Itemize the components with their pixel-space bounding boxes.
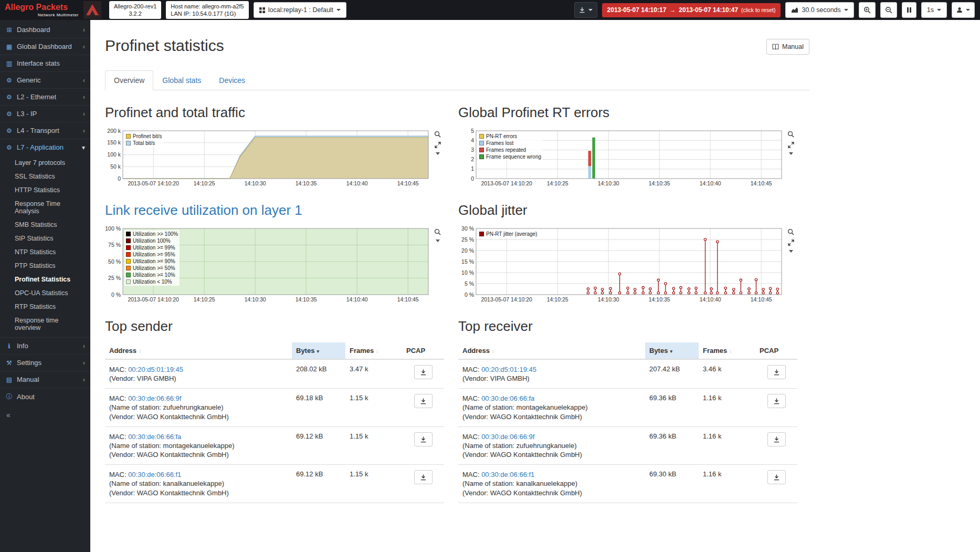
host-name: Host name: allegro-mm-a2f5 [171, 3, 244, 10]
chart-zoom-button[interactable] [434, 228, 441, 235]
download-icon [420, 398, 427, 404]
mac-address-link[interactable]: 00:20:d5:01:19:45 [128, 366, 183, 373]
column-header-bytes[interactable]: Bytes▾ [292, 342, 345, 359]
pcap-download-button[interactable] [414, 365, 433, 379]
pause-icon [907, 7, 912, 13]
column-header-address[interactable]: Address↕ [458, 342, 645, 359]
chart-expand-button[interactable] [435, 142, 441, 148]
sidebar-item-l3-ip[interactable]: ⚙L3 - IP‹ [0, 105, 90, 122]
tab-overview[interactable]: Overview [105, 70, 153, 90]
interval-select[interactable]: 30.0 seconds [785, 2, 853, 18]
download-icon [773, 474, 780, 481]
capture-source-select[interactable]: local:replay-1 : Default [254, 2, 346, 18]
svg-text:14:10:45: 14:10:45 [397, 180, 419, 186]
svg-text:100 %: 100 % [105, 226, 121, 232]
pcap-download-button[interactable] [767, 432, 786, 446]
svg-text:0 %: 0 % [111, 291, 121, 298]
mac-address-link[interactable]: 00:30:de:06:66:fa [128, 433, 181, 441]
section-title-traffic: Profinet and total traffic [105, 105, 444, 121]
pcap-download-button[interactable] [767, 394, 786, 408]
sidebar-item-l7-application[interactable]: ⚙L7 - Application▾ [0, 139, 90, 155]
chevron-left-icon: ‹ [83, 342, 85, 350]
sidebar-item-generic[interactable]: ⚙Generic‹ [0, 71, 90, 88]
utilization-link[interactable]: Link receive utilization on layer 1 [105, 202, 302, 218]
sidebar-item-profinet-statistics[interactable]: Profinet Statistics [0, 273, 90, 286]
pcap-download-button[interactable] [414, 470, 433, 484]
sidebar-item-layer-7-protocols[interactable]: Layer 7 protocols [0, 156, 90, 170]
svg-text:2013-05-07 14:10:20: 2013-05-07 14:10:20 [128, 296, 179, 303]
mac-address-link[interactable]: 00:30:de:06:66:f1 [481, 471, 534, 478]
manual-button[interactable]: Manual [766, 39, 809, 55]
sidebar-item-rtp-statistics[interactable]: RTP Statistics [0, 300, 90, 314]
chart-collapse-button[interactable] [436, 152, 440, 155]
column-header-frames[interactable]: Frames↕ [345, 342, 402, 359]
sidebar-item-manual[interactable]: ▤Manual‹ [0, 371, 90, 388]
main-content: Profinet statistics Manual OverviewGloba… [90, 20, 980, 552]
column-header-address[interactable]: Address↕ [105, 342, 292, 359]
lan-ip: LAN IP: 10.54.0.177 (1G) [171, 10, 244, 17]
chart-collapse-button[interactable] [436, 239, 440, 242]
svg-text:1: 1 [471, 165, 474, 172]
sidebar-item-global-dashboard[interactable]: ▦Global Dashboard‹ [0, 38, 90, 55]
mac-address-link[interactable]: 00:30:de:06:66:9f [128, 394, 181, 402]
pcap-download-button[interactable] [414, 394, 433, 408]
svg-text:14:10:30: 14:10:30 [598, 296, 619, 303]
sidebar-item-ssl-statistics[interactable]: SSL Statistics [0, 170, 90, 183]
sidebar-item-response-time-overview[interactable]: Response time overview [0, 314, 90, 335]
column-header-bytes[interactable]: Bytes▾ [645, 342, 699, 359]
sidebar-item-dashboard[interactable]: ⊞Dashboard‹ [0, 22, 90, 38]
sidebar-item-settings[interactable]: ⚒Settings‹ [0, 354, 90, 371]
sidebar-item-l4-transport[interactable]: ⚙L4 - Transport‹ [0, 122, 90, 139]
jitter-chart-canvas[interactable]: 0 %5 %10 %15 %20 %25 %30 %2013-05-07 14:… [458, 226, 797, 304]
sidebar-item-interface-stats[interactable]: ▥Interface stats [0, 55, 90, 71]
pause-button[interactable] [902, 2, 916, 18]
sidebar-item-ptp-statistics[interactable]: PTP Statistics [0, 259, 90, 273]
sidebar-item-ntp-statistics[interactable]: NTP Statistics [0, 245, 90, 259]
chevron-down-icon: ▾ [82, 144, 85, 151]
sidebar-item-response-time-analysis[interactable]: Response Time Analysis [0, 197, 90, 218]
chart-collapse-button[interactable] [789, 152, 793, 155]
pcap-download-button[interactable] [767, 470, 786, 484]
sort-icon: ↕ [139, 348, 141, 354]
user-menu-button[interactable] [952, 2, 975, 18]
mac-address-link[interactable]: 00:30:de:06:66:9f [481, 433, 534, 441]
mac-address-link[interactable]: 00:30:de:06:66:fa [481, 394, 534, 402]
sidebar-item-sip-statistics[interactable]: SIP Statistics [0, 232, 90, 245]
tab-global-stats[interactable]: Global stats [153, 70, 210, 90]
chart-collapse-button[interactable] [789, 250, 793, 253]
caret-down-icon [844, 9, 848, 11]
table-row: MAC: 00:30:de:06:66:fa (Name of station:… [458, 389, 797, 426]
settings-icon: ⚒ [5, 359, 13, 367]
magnifier-icon [787, 131, 794, 138]
legend-item: Utilization >= 90% [126, 258, 178, 265]
sidebar-item-about[interactable]: ⓘAbout [0, 388, 90, 405]
chevron-left-icon: ‹ [83, 43, 85, 50]
chart-zoom-button[interactable] [787, 228, 794, 235]
pcap-download-button[interactable] [414, 432, 433, 446]
chart-zoom-button[interactable] [434, 131, 441, 138]
refresh-interval-select[interactable]: 1s [921, 2, 947, 18]
zoom-in-button[interactable] [859, 2, 876, 18]
chart-expand-button[interactable] [788, 239, 794, 246]
zoom-out-button[interactable] [880, 2, 897, 18]
svg-text:3: 3 [471, 147, 474, 153]
chart-zoom-button[interactable] [787, 131, 794, 138]
mac-address-link[interactable]: 00:20:d5:01:19:45 [481, 366, 536, 373]
mac-address-link[interactable]: 00:30:de:06:66:f1 [128, 471, 181, 478]
sidebar-item-smb-statistics[interactable]: SMB Statistics [0, 218, 90, 232]
sidebar-item-info[interactable]: ℹInfo‹ [0, 337, 90, 354]
sidebar-item-http-statistics[interactable]: HTTP Statistics [0, 183, 90, 197]
pcap-download-button[interactable] [767, 365, 786, 379]
time-range-badge[interactable]: 2013-05-07 14:10:17 → 2013-05-07 14:10:4… [602, 3, 781, 17]
bytes-value: 69.36 kB [645, 426, 699, 464]
download-menu-button[interactable] [574, 2, 597, 18]
legend-item: Profinet bit/s [126, 133, 162, 140]
caret-down-icon [937, 9, 941, 11]
sidebar-item-l2-ethernet[interactable]: ⚙L2 - Ethernet‹ [0, 88, 90, 105]
tab-devices[interactable]: Devices [210, 70, 254, 90]
sidebar-item-opc-ua-statistics[interactable]: OPC-UA Statistics [0, 286, 90, 300]
zoom-out-icon [885, 6, 892, 14]
column-header-frames[interactable]: Frames↕ [699, 342, 755, 359]
sidebar-collapse-button[interactable]: « [0, 405, 90, 424]
chart-expand-button[interactable] [788, 142, 794, 148]
